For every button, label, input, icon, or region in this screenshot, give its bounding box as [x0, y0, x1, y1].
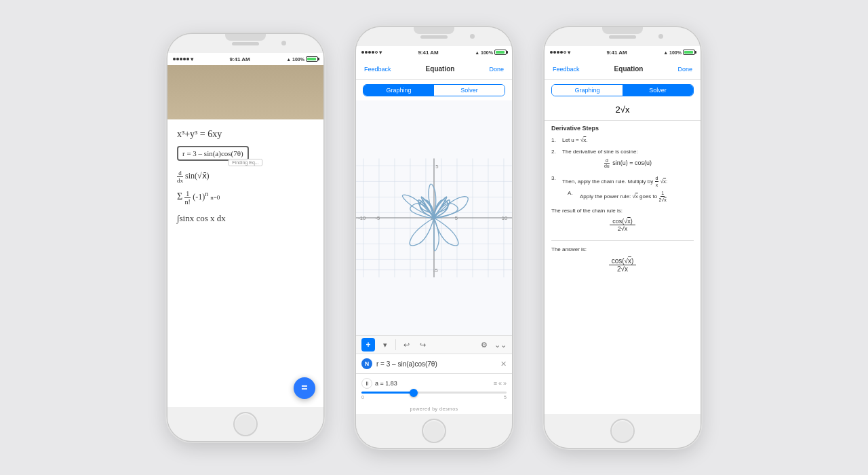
- phone2-segment-control: Graphing Solver: [363, 84, 505, 96]
- step-1-num: 1.: [551, 137, 559, 143]
- phone3-time: 9:41 AM: [606, 50, 627, 56]
- phone2-status-bar: ▾ 9:41 AM ▲ 100%: [356, 46, 512, 58]
- phone2-status-right: ▲ 100%: [475, 50, 507, 55]
- phone2-bottom: [356, 414, 512, 448]
- phone3-segment-control: Graphing Solver: [551, 84, 694, 96]
- svg-text:5: 5: [435, 164, 438, 170]
- step-2: 2. The derivative of sine is cosine: d d…: [551, 149, 694, 170]
- slider-label: a = 1.83: [375, 380, 397, 387]
- p3-wifi-icon: ▾: [568, 50, 570, 56]
- phone1-status-right: ▲ 100%: [286, 56, 318, 62]
- phone3-feedback-btn[interactable]: Feedback: [553, 66, 580, 73]
- divider1: [395, 339, 396, 350]
- toolbar-spacer1: ▾: [379, 339, 391, 351]
- phone3-status-left: ▾: [550, 50, 570, 56]
- p2-wifi-icon: ▾: [379, 50, 382, 56]
- phone3-eq-display: 2√x: [545, 100, 701, 121]
- p3-signal-dots: [550, 51, 566, 54]
- phone2-nav-title: Equation: [426, 65, 455, 73]
- phone1-battery: [306, 56, 318, 62]
- slider-ends: 0 5: [361, 395, 507, 400]
- phone2-speaker: [420, 35, 448, 39]
- phone3-status-bar: ▾ 9:41 AM ▲ 100%: [545, 46, 701, 58]
- phone3-nav: Feedback Equation Done: [545, 58, 701, 80]
- signal-dots: [173, 58, 189, 60]
- phone1-top: [167, 34, 323, 53]
- undo-icon[interactable]: ↩: [400, 339, 412, 351]
- camera-area: [167, 65, 323, 119]
- svg-text:-5: -5: [433, 267, 438, 273]
- phone2-tab-graphing[interactable]: Graphing: [363, 85, 434, 96]
- wifi-icon: ▾: [191, 56, 193, 62]
- add-btn[interactable]: +: [361, 338, 375, 352]
- phone1-speaker: [232, 42, 259, 45]
- phone3-tab-graphing[interactable]: Graphing: [552, 85, 623, 96]
- dot2: [176, 58, 179, 60]
- phone1-status-left: ▾: [173, 56, 193, 62]
- phone3: ▾ 9:41 AM ▲ 100% Feedback Equation Done …: [545, 27, 701, 448]
- phone3-tab-solver[interactable]: Solver: [623, 85, 693, 96]
- phone3-solver-content: Derivative Steps 1. Let u = √x. 2. The d…: [545, 121, 701, 414]
- derivative-steps-title: Derivative Steps: [551, 125, 694, 132]
- step-3-num: 3.: [551, 175, 559, 181]
- p3-battery-fill: [684, 51, 693, 54]
- settings-icon[interactable]: ⚙: [478, 339, 490, 351]
- dot3: [180, 58, 182, 60]
- phone2-eq-box: N r = 3 – sin(a)cos(7θ) ✕: [356, 354, 512, 374]
- eq-line-2-wrapper: r = 3 – sin(a)cos(7θ) Finding Eq...: [177, 146, 314, 161]
- phone3-top: [545, 27, 701, 46]
- p2-location-icon: ▲: [475, 50, 479, 55]
- step-1-text: Let u = √x.: [562, 137, 694, 144]
- chain-rule-formula: cos(√x) 2√x: [551, 218, 694, 232]
- handwriting-area: x³+y³ = 6xy r = 3 – sin(a)cos(7θ) Findin…: [167, 119, 323, 407]
- p3-location-icon: ▲: [663, 50, 668, 55]
- redo-icon[interactable]: ↪: [416, 339, 429, 351]
- slider-thumb[interactable]: [410, 389, 418, 397]
- phone3-battery: [683, 50, 695, 55]
- eq-line-4: Σ 1 n! (-1)n n=0: [177, 189, 314, 207]
- phone2-home-button[interactable]: [422, 419, 446, 443]
- phone2-tab-solver[interactable]: Solver: [434, 85, 505, 96]
- graph-svg: -10-5 05 10 5-5: [356, 100, 512, 335]
- step-3-text: Then, apply the chain rule. Multiply by …: [562, 175, 694, 188]
- solver-divider: [551, 240, 694, 241]
- sub-step-a-text: Apply the power rule: √x goes to 1 2√x: [580, 190, 667, 203]
- phone2-graph: -10-5 05 10 5-5: [356, 100, 512, 335]
- p2-signal-dots: [361, 51, 378, 54]
- phone3-speaker: [609, 35, 636, 39]
- sub-step-a-label: A.: [568, 190, 577, 203]
- slider-track[interactable]: [361, 392, 507, 394]
- phone2-done-btn[interactable]: Done: [489, 66, 504, 73]
- step-2-num: 2.: [551, 149, 559, 155]
- svg-text:5: 5: [455, 215, 458, 221]
- phone2-time: 9:41 AM: [418, 50, 438, 56]
- step-2-formula: d du sin(u) = cos(u): [562, 158, 694, 168]
- step-3-content: Then, apply the chain rule. Multiply by …: [562, 175, 694, 203]
- phone3-camera: [658, 34, 663, 39]
- slider-fill: [361, 392, 414, 394]
- eq-equals-button[interactable]: =: [294, 377, 315, 399]
- phone2-top: [356, 27, 512, 46]
- finding-eq-badge: Finding Eq...: [228, 159, 262, 166]
- phone3-status-right: ▲ 100%: [663, 50, 695, 55]
- close-eq-icon[interactable]: ✕: [500, 360, 507, 368]
- pause-btn[interactable]: ⏸: [361, 378, 372, 389]
- eq-line-5: ∫sinx cos x dx: [177, 210, 314, 227]
- dot4: [183, 58, 186, 60]
- phone2-graph-toolbar: + ▾ ↩ ↪ ⚙ ⌄⌄: [356, 335, 512, 354]
- p2-battery-fill: [496, 51, 505, 54]
- phone1-home-button[interactable]: [233, 412, 258, 436]
- phone2-status-left: ▾: [361, 50, 382, 56]
- collapse-icon[interactable]: ⌄⌄: [494, 339, 507, 351]
- answer-formula: cos(√x) 2√x: [551, 257, 694, 273]
- nspire-logo: N: [361, 358, 372, 369]
- desmos-badge: powered by desmos: [356, 404, 512, 414]
- answer-label: The answer is:: [551, 246, 694, 252]
- phone2-equation: r = 3 – sin(a)cos(7θ): [376, 360, 496, 368]
- phone2-feedback-btn[interactable]: Feedback: [364, 66, 391, 73]
- phone3-battery-pct: 100%: [669, 50, 682, 55]
- phone3-done-btn[interactable]: Done: [677, 66, 692, 73]
- phone3-home-button[interactable]: [610, 419, 635, 443]
- step-1: 1. Let u = √x.: [551, 137, 694, 144]
- location-icon: ▲: [286, 57, 291, 62]
